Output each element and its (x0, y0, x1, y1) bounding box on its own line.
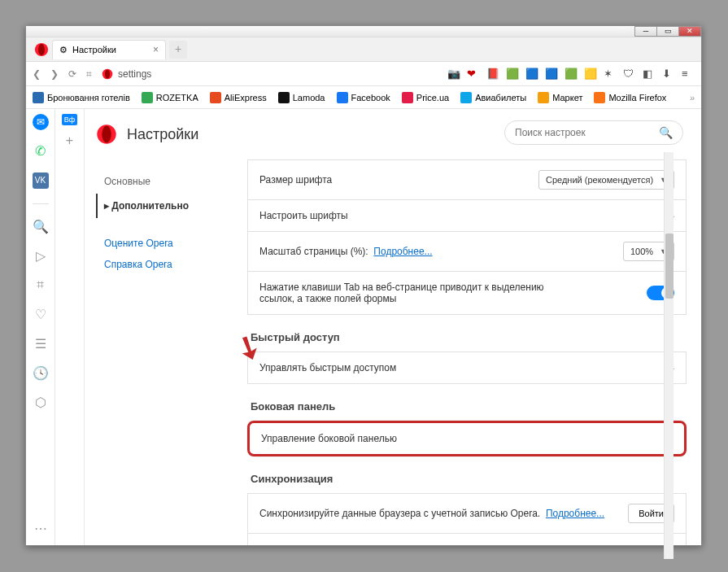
bookmark-icon (33, 92, 44, 103)
whatsapp-icon[interactable]: ✆ (33, 143, 49, 159)
workspace-badge[interactable]: Вф (62, 114, 77, 125)
bookmarks-bar: Бронювання готелів ROZETKA AliExpress La… (26, 86, 701, 109)
page-title: Настройки (127, 126, 198, 143)
forward-button[interactable]: ❯ (50, 68, 59, 80)
body: ✉ ✆ VK 🔍 ▷ ⌗ ♡ ☰ 🕓 ⬡ ⋯ Вф + Настройк (26, 109, 701, 545)
bookmark[interactable]: Маркет (538, 92, 582, 103)
bookmark[interactable]: AliExpress (210, 92, 267, 103)
settings-search[interactable]: 🔍 (504, 120, 683, 145)
sync-more-link[interactable]: Подробнее... (546, 508, 604, 519)
row-customize-fonts[interactable]: Настроить шрифты ▶ (247, 199, 687, 231)
label: Нажатие клавиши Tab на веб-странице прив… (259, 282, 569, 304)
bookmark-icon (594, 92, 605, 103)
section-title-sync: Синхронизация (251, 473, 687, 485)
label: Управление боковой панелью (261, 433, 397, 444)
speeddial-icon[interactable]: ⌗ (33, 277, 49, 294)
bookmark-icon (210, 92, 221, 103)
vk-icon[interactable]: VK (33, 172, 49, 189)
row-import[interactable]: Импорт закладок и настроек ▶ (247, 533, 687, 545)
bookmark-icon (402, 92, 413, 103)
maximize-button[interactable]: ▭ (656, 26, 679, 37)
settings-nav: Настройки Основные ▸ Дополнительно Оцени… (85, 109, 239, 545)
tab-close-icon[interactable]: × (153, 44, 159, 55)
tab-settings[interactable]: ⚙ Настройки × (52, 40, 166, 59)
zoom-more-link[interactable]: Подробнее... (373, 246, 432, 257)
nav-help-opera[interactable]: Справка Opera (96, 254, 228, 275)
extensions-icon[interactable]: ⬡ (33, 395, 49, 411)
ext-icon[interactable]: ❤ (467, 68, 480, 81)
ext-icon[interactable]: 🟦 (545, 68, 558, 81)
ext-icon[interactable]: 🟦 (525, 68, 538, 81)
row-page-zoom: Масштаб страницы (%): Подробнее... 100%▼ (247, 231, 687, 271)
extension-icons: 📷 ❤ 📕 🟩 🟦 🟦 🟩 🟨 ✶ 🛡 ◧ ⬇ ≡ (447, 68, 695, 81)
url-field[interactable]: settings (102, 68, 438, 80)
bookmark-icon (337, 92, 348, 103)
news-icon[interactable]: ☰ (33, 336, 49, 352)
opera-icon (102, 68, 113, 80)
ext-icon[interactable]: 🛡 (623, 68, 636, 81)
scroll-thumb[interactable] (665, 234, 674, 299)
bookmark-icon (142, 92, 153, 103)
separator (33, 203, 49, 204)
url-text: settings (118, 68, 151, 80)
nav-advanced[interactable]: ▸ Дополнительно (96, 194, 228, 218)
bookmark[interactable]: Авиабилеты (460, 92, 526, 103)
workspace-add[interactable]: + (66, 133, 73, 148)
ext-icon[interactable]: 📕 (486, 68, 499, 81)
scrollbar[interactable] (664, 152, 674, 559)
nav-basic[interactable]: Основные (96, 169, 228, 194)
workspace-bar: Вф + (55, 109, 85, 545)
new-tab-button[interactable]: + (169, 41, 187, 59)
section-title-quick-access: Быстрый доступ (251, 331, 687, 343)
messenger-icon[interactable]: ✉ (33, 114, 49, 130)
label: Управлять быстрым доступом (259, 362, 396, 373)
flow-icon[interactable]: ▷ (33, 248, 49, 264)
row-manage-quick-access[interactable]: Управлять быстрым доступом ▶ (247, 351, 687, 384)
close-button[interactable]: ✕ (678, 26, 701, 37)
ext-icon[interactable]: ◧ (643, 68, 656, 81)
titlebar: ─ ▭ ✕ (26, 26, 701, 37)
label: Размер шрифта (259, 174, 332, 186)
ext-icon[interactable]: 📷 (447, 68, 460, 81)
history-icon[interactable]: 🕓 (33, 365, 49, 382)
menu-icon[interactable]: ≡ (682, 68, 695, 81)
search-input[interactable] (515, 127, 659, 138)
ext-icon[interactable]: ✶ (604, 68, 617, 81)
opera-menu-icon[interactable] (34, 42, 49, 57)
settings-content: Настройки Основные ▸ Дополнительно Оцени… (85, 109, 701, 545)
label: Масштаб страницы (%): Подробнее... (259, 246, 433, 257)
row-sync: Синхронизируйте данные браузера с учетно… (247, 493, 687, 533)
bookmark-icon (460, 92, 472, 103)
opera-icon (96, 124, 117, 145)
svg-point-3 (105, 69, 110, 78)
bookmark[interactable]: Mozilla Firefox (594, 92, 666, 103)
tab-title: Настройки (72, 45, 116, 55)
font-size-select[interactable]: Средний (рекомендуется)▼ (538, 170, 674, 190)
section-title-sidebar: Боковая панель (251, 400, 687, 413)
ext-icon[interactable]: 🟩 (506, 68, 519, 81)
label: Настроить шрифты (259, 210, 348, 221)
speeddial-button[interactable]: ⌗ (86, 68, 92, 80)
ext-icon[interactable]: 🟨 (584, 68, 597, 81)
ext-icon[interactable]: 🟩 (565, 68, 578, 81)
bookmark[interactable]: Бронювання готелів (33, 92, 130, 103)
label: Синхронизируйте данные браузера с учетно… (259, 508, 604, 519)
bookmark[interactable]: Lamoda (278, 92, 325, 103)
nav-rate-opera[interactable]: Оцените Opera (96, 233, 228, 254)
bookmark[interactable]: Facebook (337, 92, 390, 103)
back-button[interactable]: ❮ (33, 68, 41, 80)
bookmarks-overflow[interactable]: » (690, 93, 695, 103)
search-icon[interactable]: 🔍 (33, 219, 49, 235)
heart-icon[interactable]: ♡ (33, 307, 49, 323)
row-tab-highlight: Нажатие клавиши Tab на веб-странице прив… (247, 271, 687, 315)
section-appearance: Размер шрифта Средний (рекомендуется)▼ Н… (247, 159, 687, 315)
row-manage-sidebar[interactable]: Управление боковой панелью ▶ (247, 421, 687, 456)
sidebar-more-icon[interactable]: ⋯ (33, 521, 49, 537)
minimize-button[interactable]: ─ (634, 26, 657, 37)
reload-button[interactable]: ⟳ (68, 68, 76, 80)
bookmark[interactable]: ROZETKA (142, 92, 198, 103)
gear-icon: ⚙ (59, 45, 68, 55)
download-icon[interactable]: ⬇ (662, 68, 675, 81)
bookmark[interactable]: Price.ua (402, 92, 449, 103)
svg-point-1 (38, 43, 45, 55)
